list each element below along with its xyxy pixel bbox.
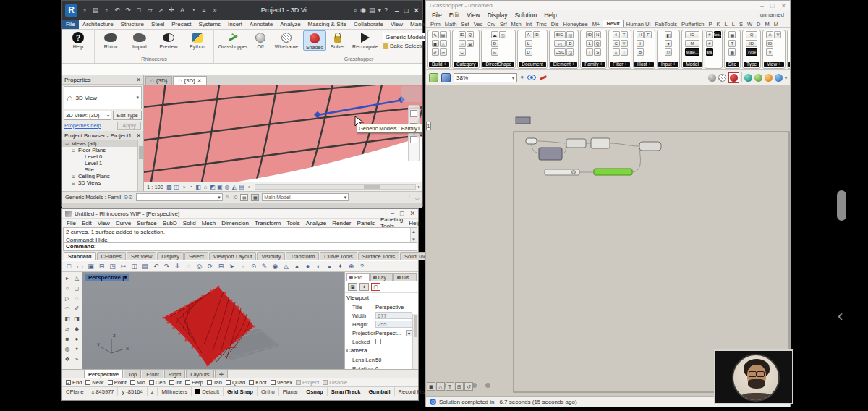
- quick-access-icon[interactable]: ▤: [91, 7, 100, 14]
- component-button[interactable]: ⊞: [467, 40, 474, 47]
- side-tool-icon[interactable]: ▷: [63, 294, 72, 304]
- component-category-tab[interactable]: K: [715, 21, 722, 27]
- view-control-icon[interactable]: ◧: [195, 184, 202, 190]
- view-tab-3d-active[interactable]: ⌂ {3D} ✕: [173, 76, 206, 85]
- component-button[interactable]: ▱: [440, 48, 447, 56]
- toolbar-tab[interactable]: Display: [157, 252, 184, 260]
- status-segment[interactable]: Planar: [279, 387, 303, 396]
- menu-item[interactable]: Render: [332, 220, 351, 226]
- component-button[interactable]: T: [586, 48, 593, 56]
- toolbar-icon[interactable]: ?: [357, 263, 367, 270]
- preview-off-button[interactable]: Off: [251, 30, 270, 49]
- status-segment[interactable]: CPlane: [62, 387, 88, 396]
- component-button[interactable]: △: [440, 40, 447, 47]
- ribbon-tab[interactable]: Annotate: [246, 20, 276, 29]
- scroll-right-icon[interactable]: ›: [418, 184, 420, 190]
- status-filter-dropdown[interactable]: ▾: [136, 193, 223, 201]
- edit-icon[interactable]: ✎: [226, 194, 230, 200]
- menu-item[interactable]: Dimension: [221, 220, 249, 226]
- toolbar-icon[interactable]: □: [64, 263, 74, 270]
- toolbar-icon[interactable]: ▣: [86, 263, 95, 270]
- component-button[interactable]: ID: [766, 40, 773, 47]
- zoom-level-dropdown[interactable]: 38% ▾: [454, 73, 517, 82]
- toolbar-icon[interactable]: ◎: [195, 263, 204, 270]
- menu-item[interactable]: File: [432, 12, 442, 19]
- component-category-tab[interactable]: M: [763, 21, 770, 27]
- workset-icon[interactable]: ▤: [240, 194, 248, 201]
- component-button[interactable]: ID: [533, 31, 540, 38]
- component-button[interactable]: Mate...: [685, 48, 700, 56]
- side-tool-icon[interactable]: ●: [72, 334, 82, 344]
- component-button[interactable]: ID: [746, 40, 757, 47]
- component-button[interactable]: ∧: [613, 48, 620, 56]
- component-button[interactable]: B: [637, 48, 644, 56]
- status-segment[interactable]: Osnap: [302, 387, 327, 396]
- viewport-tab[interactable]: Top: [124, 370, 141, 378]
- toolbar-icon[interactable]: ◳: [108, 263, 117, 270]
- viewport-tab[interactable]: Perspective: [84, 370, 123, 378]
- toolbar-icon[interactable]: ▲: [292, 263, 302, 270]
- command-prompt[interactable]: Command:: [63, 243, 417, 251]
- toolbar-tab[interactable]: Curve Tools: [320, 252, 357, 260]
- revit-3d-canvas[interactable]: Generic Models : Family1 : Family1: [144, 85, 422, 182]
- component-button[interactable]: ID: [586, 31, 593, 38]
- component-category-tab[interactable]: Set: [459, 21, 470, 27]
- component-category-tab[interactable]: Dis: [550, 21, 561, 27]
- osnap-checkbox[interactable]: Vertex: [271, 379, 292, 386]
- viewcube[interactable]: [401, 86, 421, 102]
- viewport-tab[interactable]: Right: [164, 370, 186, 378]
- zoom-extents-icon[interactable]: ⌖: [520, 73, 524, 82]
- viewport-tab[interactable]: Layouts: [186, 370, 213, 378]
- tree-item[interactable]: ⊟ 3D Views: [62, 179, 143, 186]
- side-tool-icon[interactable]: ■: [63, 334, 72, 344]
- ribbon-tab[interactable]: Systems: [195, 20, 224, 29]
- ribbon-tab[interactable]: Collaborate: [350, 20, 387, 29]
- view-control-icon[interactable]: ▤: [238, 184, 245, 190]
- menu-item[interactable]: View: [98, 220, 110, 226]
- component-button[interactable]: ¢: [613, 31, 620, 38]
- menu-item[interactable]: Panels: [357, 220, 375, 226]
- python-button[interactable]: Python: [184, 30, 211, 49]
- edit-type-button[interactable]: Edit Type: [113, 111, 142, 120]
- properties-row[interactable]: Viewport ▾: [345, 293, 412, 302]
- preview-off-icon[interactable]: [708, 74, 716, 82]
- component-button[interactable]: C: [459, 48, 466, 56]
- side-tool-icon[interactable]: ◌: [72, 294, 82, 304]
- side-tool-icon[interactable]: ◍: [63, 344, 72, 355]
- toolbar-icon[interactable]: ◒: [325, 263, 334, 270]
- component-category-tab[interactable]: Vec: [472, 21, 485, 27]
- toolbar-icon[interactable]: ✛: [173, 263, 182, 270]
- import-button[interactable]: Import: [126, 30, 153, 49]
- toolbar-icon[interactable]: ◉: [271, 263, 280, 270]
- navigation-bar[interactable]: [408, 105, 420, 161]
- titlebar-right-icon[interactable]: ?: [384, 7, 388, 14]
- osnap-checkbox[interactable]: Disable: [323, 379, 347, 386]
- node-component-dark[interactable]: [539, 148, 562, 160]
- component-button[interactable]: ▤: [440, 31, 447, 38]
- view-control-icon[interactable]: ▣: [216, 184, 224, 190]
- component-button[interactable]: A: [525, 31, 532, 38]
- component-category-tab[interactable]: Crv: [485, 21, 497, 27]
- preview-shaded-button[interactable]: Shaded: [303, 30, 326, 51]
- menu-item[interactable]: Edit: [82, 220, 92, 226]
- view-control-icon[interactable]: ▩: [166, 184, 173, 190]
- revit-logo[interactable]: R: [65, 4, 77, 17]
- properties-row[interactable]: Rotation 0 ▾: [345, 364, 412, 369]
- toolbar-icon[interactable]: ➤: [227, 263, 237, 270]
- viewport-tab[interactable]: ✛: [215, 370, 228, 378]
- osnap-checkbox[interactable]: Tan: [207, 379, 222, 386]
- menu-item[interactable]: Solid: [183, 220, 196, 226]
- side-tool-icon[interactable]: »: [72, 355, 82, 365]
- side-tool-icon[interactable]: ❖: [63, 355, 72, 365]
- component-button[interactable]: BIC: [554, 31, 566, 38]
- status-segment[interactable]: Millimeters: [158, 387, 192, 396]
- toolbar-icon[interactable]: △: [281, 263, 291, 270]
- quick-access-icon[interactable]: ▫: [102, 7, 111, 14]
- toolbar-icon[interactable]: ⟳: [205, 263, 215, 270]
- toolbar-icon[interactable]: ◦: [238, 263, 247, 270]
- nav-button[interactable]: [410, 136, 417, 143]
- side-tool-icon[interactable]: ○: [63, 284, 72, 294]
- titlebar-right-icon[interactable]: ▾: [378, 7, 381, 14]
- view-selector-dropdown[interactable]: 3D View: (3D) ▾: [64, 111, 111, 120]
- status-segment[interactable]: z: [148, 387, 158, 396]
